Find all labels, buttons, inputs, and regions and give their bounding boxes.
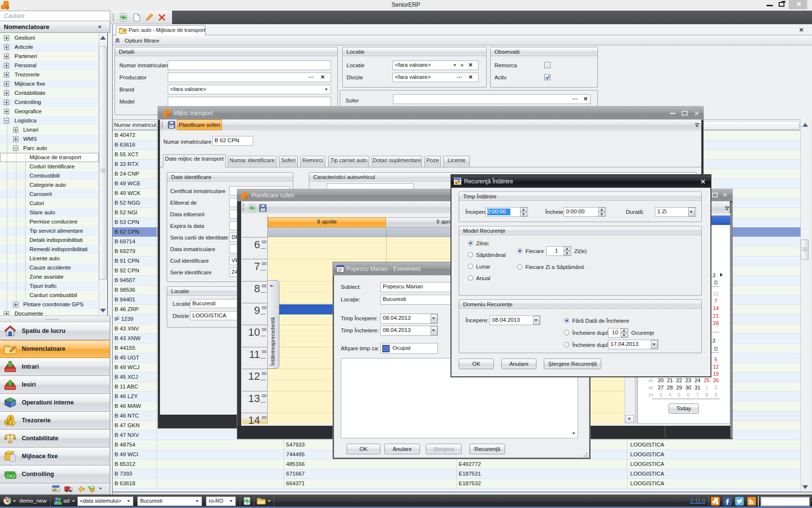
svg-text:£: £ xyxy=(11,421,13,426)
svg-text:€: € xyxy=(6,420,9,425)
